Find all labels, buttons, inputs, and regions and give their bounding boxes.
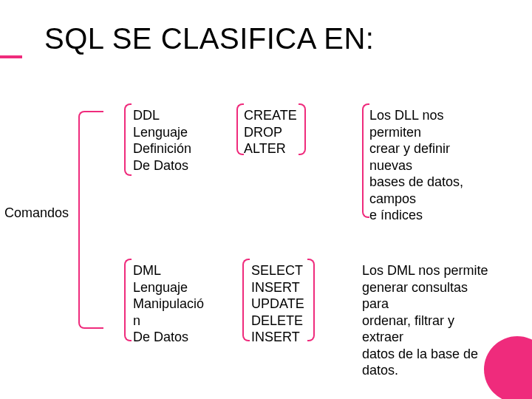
bracket-select-r [307,259,315,341]
bracket-create-r [299,103,306,155]
bracket-desc1 [362,103,369,218]
bracket-main [78,111,103,329]
bracket-ddl [124,103,132,176]
bracket-select-l [242,259,250,341]
page-title: SQL SE CLASIFICA EN: [0,0,532,55]
bracket-create-l [236,103,244,155]
bracket-dml [124,259,132,341]
decor-circle [484,336,532,399]
desc1-block: Los DLL nos permiten crear y definir nue… [369,107,463,224]
create-block: CREATE DROP ALTER [244,107,297,157]
bracket-main-bot-ext [0,57,22,58]
ddl-block: DDL Lenguaje Definición De Datos [133,107,191,174]
comandos-label: Comandos [4,205,69,221]
dml-block: DML Lenguaje Manipulació n De Datos [133,262,204,346]
desc2-block: Los DML nos permite generar consultas pa… [362,262,488,379]
select-block: SELECT INSERT UPDATE DELETE INSERT [251,262,304,346]
